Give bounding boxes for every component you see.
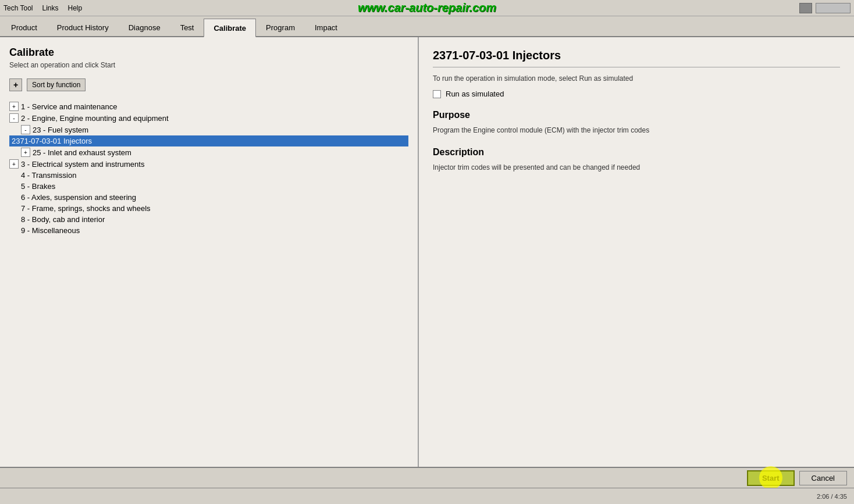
menu-techtool[interactable]: Tech Tool <box>3 4 33 12</box>
tree: + 1 - Service and maintenance - 2 - Engi… <box>9 101 408 236</box>
tree-item-label: 6 - Axles, suspension and steering <box>21 193 136 202</box>
list-item[interactable]: 7 - Frame, springs, shocks and wheels <box>9 203 408 214</box>
purpose-heading: Purpose <box>433 110 840 120</box>
tree-item-label: 3 - Electrical system and instruments <box>21 160 144 169</box>
list-item[interactable]: - 2 - Engine, Engine mounting and equipm… <box>9 112 408 124</box>
tree-item-label: 2 - Engine, Engine mounting and equipmen… <box>21 114 169 123</box>
tree-item-label: 8 - Body, cab and interior <box>21 215 105 224</box>
expander-icon[interactable]: - <box>21 125 30 134</box>
list-item[interactable]: 5 - Brakes <box>9 181 408 192</box>
list-item[interactable]: + 3 - Electrical system and instruments <box>9 158 408 170</box>
title-bar-right <box>799 3 851 13</box>
right-panel: 2371-07-03-01 Injectors To run the opera… <box>419 37 854 483</box>
tree-item-label: 25 - Inlet and exhaust system <box>33 148 131 157</box>
sort-button[interactable]: Sort by function <box>27 78 86 91</box>
tree-item-label: 23 - Fuel system <box>33 126 88 134</box>
tree-item-label: 4 - Transmission <box>21 171 76 180</box>
list-item[interactable]: 4 - Transmission <box>9 170 408 181</box>
list-item[interactable]: - 23 - Fuel system <box>9 124 408 135</box>
nav-tab-product[interactable]: Product <box>1 19 47 36</box>
expander-icon[interactable]: + <box>21 148 30 157</box>
watermark: www.car-auto-repair.com <box>358 1 496 15</box>
simulation-checkbox-row: Run as simulated <box>433 90 840 98</box>
title-icon <box>799 3 812 13</box>
detail-title: 2371-07-03-01 Injectors <box>433 49 840 67</box>
tree-item-label: 1 - Service and maintenance <box>21 102 117 111</box>
list-item[interactable]: 8 - Body, cab and interior <box>9 214 408 225</box>
nav-tab-diagnose[interactable]: Diagnose <box>119 19 170 36</box>
status-bar: 2:06 / 4:35 <box>0 488 854 504</box>
tree-item-label: 9 - Miscellaneous <box>21 226 80 235</box>
list-item[interactable]: + 1 - Service and maintenance <box>9 101 408 112</box>
simulation-checkbox-label: Run as simulated <box>446 90 504 98</box>
toolbar: + Sort by function <box>9 78 408 91</box>
list-item[interactable]: + 25 - Inlet and exhaust system <box>9 146 408 158</box>
description-text: Injector trim codes will be presented an… <box>433 162 840 173</box>
tree-item-label: 7 - Frame, springs, shocks and wheels <box>21 204 151 213</box>
expander-icon[interactable]: + <box>9 102 19 111</box>
main-content: Calibrate Select an operation and click … <box>0 37 854 483</box>
nav-tab-impact[interactable]: Impact <box>305 19 347 36</box>
simulation-checkbox[interactable] <box>433 90 441 98</box>
simulation-text: To run the operation in simulation mode,… <box>433 74 840 83</box>
cancel-button[interactable]: Cancel <box>799 471 847 485</box>
panel-subtitle: Select an operation and click Start <box>9 61 408 69</box>
description-heading: Description <box>433 147 840 158</box>
tree-item-label: 2371-07-03-01 Injectors <box>12 137 92 145</box>
menu-links[interactable]: Links <box>42 4 58 12</box>
left-panel: Calibrate Select an operation and click … <box>0 37 419 483</box>
purpose-text: Program the Engine control module (ECM) … <box>433 125 840 135</box>
nav-tab-calibrate[interactable]: Calibrate <box>204 19 256 37</box>
expander-icon[interactable]: - <box>9 113 19 123</box>
list-item[interactable]: 6 - Axles, suspension and steering <box>9 192 408 203</box>
nav-tab-program[interactable]: Program <box>256 19 305 36</box>
title-bar-menu: Tech Tool Links Help <box>3 4 82 12</box>
tree-item-label: 5 - Brakes <box>21 182 55 191</box>
list-item[interactable]: 9 - Miscellaneous <box>9 225 408 236</box>
bottom-bar: Start Cancel <box>0 467 854 488</box>
start-button[interactable]: Start <box>747 470 795 486</box>
expand-button[interactable]: + <box>9 78 22 91</box>
list-item-selected[interactable]: 2371-07-03-01 Injectors <box>9 135 408 146</box>
sort-button-label: Sort by function <box>32 81 80 89</box>
panel-title: Calibrate <box>9 47 408 59</box>
title-btn[interactable] <box>816 3 851 13</box>
nav-bar: ProductProduct HistoryDiagnoseTestCalibr… <box>0 16 854 37</box>
menu-help[interactable]: Help <box>68 4 83 12</box>
status-time: 2:06 / 4:35 <box>817 493 847 500</box>
nav-tab-product-history[interactable]: Product History <box>47 19 119 36</box>
nav-tab-test[interactable]: Test <box>170 19 204 36</box>
expander-icon[interactable]: + <box>9 159 19 169</box>
title-bar: Tech Tool Links Help www.car-auto-repair… <box>0 0 854 16</box>
